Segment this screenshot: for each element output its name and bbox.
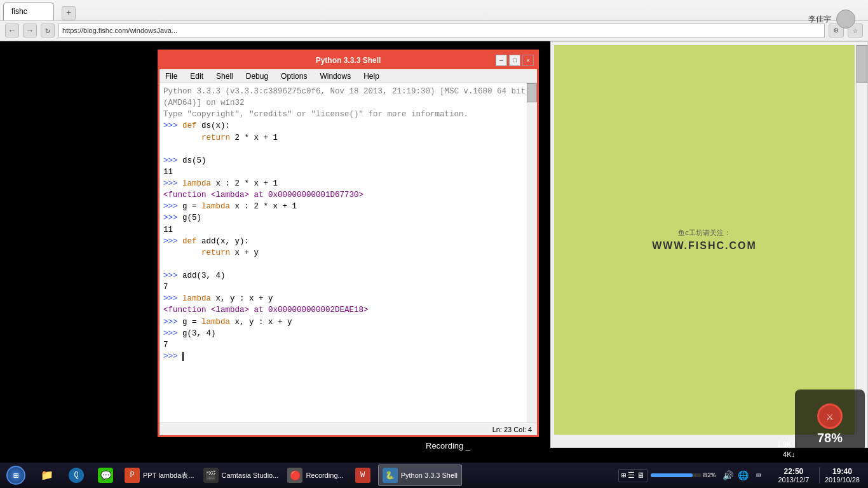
- python-label: Python 3.3.3 Shell: [401, 471, 458, 479]
- net-speed-overlay: 1.9K↑ 4K↓: [777, 440, 795, 459]
- volume-fill: [651, 473, 693, 477]
- game-icon: ⚔: [817, 403, 843, 429]
- line-func-out2: <function <lambda> at 0x000000000002DEAE…: [163, 304, 533, 316]
- recording-label: Recording _: [426, 441, 470, 451]
- recording-icon: 🔴: [287, 468, 302, 483]
- start-button[interactable]: ⊞: [0, 463, 32, 488]
- quick-actions: ⊞ ☰ 🖥: [618, 469, 648, 482]
- fishc-prefix: 鱼c工坊请关注：: [652, 228, 757, 238]
- clock-date: 2013/12/7: [778, 476, 809, 484]
- menu-help[interactable]: Help: [361, 71, 382, 81]
- menu-shell[interactable]: Shell: [214, 71, 236, 81]
- wechat-icon: 💬: [98, 468, 113, 483]
- camtasia-icon: 🎬: [203, 468, 219, 483]
- maximize-btn[interactable]: □: [509, 55, 520, 66]
- secondary-date: 2019/10/28: [825, 476, 860, 484]
- line-blank2: [163, 259, 533, 270]
- shell-content[interactable]: Python 3.3.3 (v3.3.3:c3896275c0f6, Nov 1…: [159, 83, 537, 423]
- secondary-clock[interactable]: 19:40 2019/10/28: [819, 467, 865, 484]
- taskbar-item-camtasia[interactable]: 🎬 Camtasia Studio...: [200, 464, 283, 486]
- refresh-btn[interactable]: ↻: [41, 24, 55, 37]
- line-out-11b: 11: [163, 224, 533, 236]
- minimize-btn[interactable]: —: [496, 55, 507, 66]
- line-blank1: [163, 144, 533, 155]
- line-add34: >>> add(3, 4): [163, 270, 533, 281]
- windows-icon: ⊞: [13, 470, 18, 481]
- qa-icon1: ⊞: [621, 471, 626, 480]
- ppt-icon: P: [125, 468, 140, 483]
- network-tray-icon[interactable]: 🌐: [737, 469, 750, 482]
- header-line1: Python 3.3.3 (v3.3.3:c3896275c0f6, Nov 1…: [163, 86, 533, 109]
- wps-icon: W: [355, 468, 370, 483]
- line-func-out1: <function <lambda> at 0x00000000001D6773…: [163, 189, 533, 201]
- browser-tabs: fishc +: [0, 0, 868, 20]
- line-out-7b: 7: [163, 339, 533, 351]
- user-name: 李佳宇: [808, 14, 831, 25]
- new-tab-btn[interactable]: +: [62, 6, 76, 20]
- menu-debug[interactable]: Debug: [243, 71, 271, 81]
- net-upload: 1.9K↑: [777, 440, 795, 449]
- status-bar: Ln: 23 Col: 4: [159, 423, 537, 435]
- forward-btn[interactable]: →: [23, 24, 37, 37]
- taskbar-item-explorer[interactable]: 📁: [33, 464, 61, 486]
- menu-file[interactable]: File: [163, 71, 180, 81]
- tray-icons: 🔊 🌐 ⌨: [719, 469, 768, 482]
- browser-tab-active[interactable]: fishc: [3, 3, 54, 20]
- speaker-icon[interactable]: 🔊: [722, 469, 735, 482]
- line-def-ds: >>> def ds(x):: [163, 120, 533, 132]
- right-scrollbar-thumb: [857, 45, 867, 83]
- address-bar[interactable]: https://blog.fishc.com/windowsJava...: [58, 24, 825, 37]
- line-lambda1: >>> lambda x : 2 * x + 1: [163, 178, 533, 189]
- shell-output: Python 3.3.3 (v3.3.3:c3896275c0f6, Nov 1…: [163, 86, 533, 362]
- shell-scrollbar[interactable]: [527, 83, 537, 423]
- line-g-assign2: >>> g = lambda x, y : x + y: [163, 316, 533, 328]
- right-panel-content: 鱼c工坊请关注： WWW.FISHC.COM: [554, 45, 855, 435]
- line-return2: return x + y: [163, 247, 533, 259]
- taskbar-item-recording[interactable]: 🔴 Recording...: [283, 464, 347, 486]
- menu-edit[interactable]: Edit: [187, 71, 206, 81]
- line-g34: >>> g(3, 4): [163, 328, 533, 339]
- browser-tab-label: fishc: [11, 7, 27, 16]
- back-btn[interactable]: ←: [5, 24, 19, 37]
- header-line2: Type "copyright", "credits" or "license(…: [163, 109, 533, 120]
- right-scrollbar[interactable]: [856, 45, 867, 435]
- keyboard-tray-icon[interactable]: ⌨: [752, 469, 765, 482]
- clock-time: 22:50: [784, 467, 804, 476]
- game-overlay: ⚔ 78%: [795, 390, 865, 459]
- python-icon: 🐍: [383, 468, 398, 483]
- fishc-branding: 鱼c工坊请关注： WWW.FISHC.COM: [652, 228, 757, 252]
- line-def-add: >>> def add(x, y):: [163, 236, 533, 247]
- volume-pct: 82%: [703, 471, 715, 479]
- taskbar-items: 📁 Q 💬 P PPT lambda表... 🎬 Camtasia St: [32, 463, 615, 488]
- python-shell-title: Python 3.3.3 Shell: [316, 56, 381, 65]
- line-ds5: >>> ds(5): [163, 155, 533, 166]
- taskbar-item-ppt[interactable]: P PPT lambda表...: [121, 464, 198, 486]
- taskbar-right: ⊞ ☰ 🖥 82% 🔊 🌐 ⌨ 22:50 2013/12/7 19:40 20…: [615, 463, 868, 488]
- camtasia-label: Camtasia Studio...: [222, 471, 279, 479]
- recording-taskbar-label: Recording...: [306, 471, 343, 479]
- taskbar-item-wechat[interactable]: 💬: [92, 464, 119, 486]
- close-btn[interactable]: ✕: [522, 55, 534, 66]
- net-download: 4K↓: [777, 450, 795, 459]
- line-out-11a: 11: [163, 166, 533, 178]
- user-avatar: [836, 10, 855, 29]
- taskbar-item-python[interactable]: 🐍 Python 3.3.3 Shell: [378, 464, 462, 486]
- taskbar-item-qq-browser[interactable]: Q: [62, 464, 90, 486]
- volume-bar: 82%: [651, 471, 715, 479]
- menu-windows[interactable]: Windows: [317, 71, 353, 81]
- explorer-icon: 📁: [39, 468, 55, 483]
- taskbar-clock[interactable]: 22:50 2013/12/7: [771, 467, 816, 484]
- right-panel: 鱼c工坊请关注： WWW.FISHC.COM: [550, 41, 868, 448]
- volume-slider[interactable]: [651, 473, 702, 477]
- line-g-assign1: >>> g = lambda x : 2 * x + 1: [163, 201, 533, 212]
- shell-scrollbar-thumb: [527, 83, 537, 102]
- menu-options[interactable]: Options: [278, 71, 309, 81]
- taskbar-item-wps[interactable]: W: [349, 464, 377, 486]
- python-shell-window: Python 3.3.3 Shell — □ ✕ File Edit Shell…: [158, 50, 539, 437]
- line-out-7a: 7: [163, 281, 533, 293]
- ppt-label: PPT lambda表...: [143, 471, 194, 480]
- line-return1: return 2 * x + 1: [163, 132, 533, 144]
- line-prompt-cursor: >>>: [163, 351, 533, 362]
- menubar: File Edit Shell Debug Options Windows He…: [159, 69, 537, 83]
- recording-indicator: Recording _: [419, 438, 477, 453]
